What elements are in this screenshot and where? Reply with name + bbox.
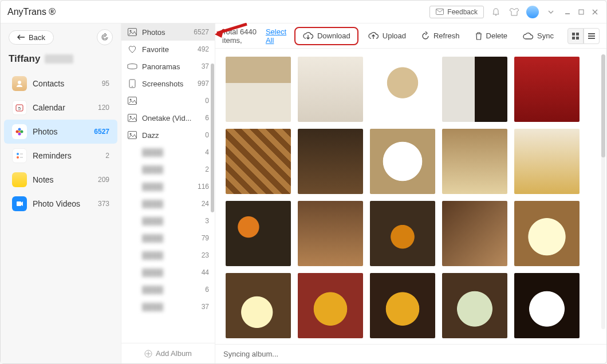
svg-rect-49 xyxy=(576,33,579,35)
album-item[interactable]: Panoramas37 xyxy=(121,58,215,75)
album-item[interactable]: ████79 xyxy=(121,230,215,247)
notification-icon[interactable] xyxy=(490,6,502,18)
category-contacts[interactable]: Contacts 95 xyxy=(4,72,117,96)
grid-scrollbar[interactable] xyxy=(601,54,605,329)
add-album-button[interactable]: Add Album xyxy=(121,343,215,363)
category-photo-videos[interactable]: Photo Videos 373 xyxy=(4,192,117,216)
photo-grid xyxy=(226,57,596,338)
photo-thumbnail[interactable] xyxy=(514,201,580,266)
photo-thumbnail[interactable] xyxy=(514,129,580,194)
photo-thumbnail[interactable] xyxy=(442,201,507,266)
album-item[interactable]: ████37 xyxy=(121,298,215,315)
image-icon xyxy=(127,113,137,123)
album-item[interactable]: Onetake (Vid...6 xyxy=(121,109,215,126)
photo-thumbnail[interactable] xyxy=(370,201,435,266)
feedback-button[interactable]: Feedback xyxy=(429,6,484,18)
grid-view-button[interactable] xyxy=(567,28,584,44)
photo-thumbnail[interactable] xyxy=(298,201,363,266)
category-count: 373 xyxy=(98,200,109,208)
photo-thumbnail[interactable] xyxy=(226,57,291,122)
album-item[interactable]: ████2 xyxy=(121,161,215,178)
svg-rect-16 xyxy=(17,201,21,206)
album-count: 79 xyxy=(202,234,209,242)
album-item[interactable]: Dazz0 xyxy=(121,126,215,144)
category-calendar[interactable]: 5 Calendar 120 xyxy=(4,96,117,120)
svg-point-11 xyxy=(18,133,21,136)
cloud-download-icon xyxy=(302,31,314,41)
photo-thumbnail[interactable] xyxy=(226,129,291,194)
album-name: ████ xyxy=(142,234,197,243)
album-name: Favorite xyxy=(142,45,193,54)
svg-point-26 xyxy=(130,133,132,135)
album-scrollbar[interactable] xyxy=(211,64,214,212)
album-list[interactable]: Photos6527Favorite492Panoramas37Screensh… xyxy=(121,23,215,343)
download-label: Download xyxy=(317,31,350,40)
album-name: ████ xyxy=(142,183,193,191)
photo-thumbnail[interactable] xyxy=(226,273,291,338)
photo-thumbnail[interactable] xyxy=(442,273,507,338)
arrow-left-icon xyxy=(17,34,25,40)
photo-thumbnail[interactable] xyxy=(226,201,291,266)
album-item[interactable]: ████6 xyxy=(121,281,215,298)
photo-thumbnail[interactable] xyxy=(370,129,435,194)
photo-thumbnail[interactable] xyxy=(298,273,363,338)
sync-button[interactable]: Sync xyxy=(517,29,559,42)
photos-icon xyxy=(12,124,27,139)
category-notes[interactable]: Notes 209 xyxy=(4,168,117,192)
select-all-link[interactable]: Select All xyxy=(266,27,287,45)
category-photos[interactable]: Photos 6527 xyxy=(4,120,117,144)
album-item[interactable]: 0 xyxy=(121,92,215,109)
album-item[interactable]: Photos6527 xyxy=(121,23,215,41)
category-reminders[interactable]: Reminders 2 xyxy=(4,144,117,168)
album-count: 37 xyxy=(202,303,209,311)
svg-text:5: 5 xyxy=(18,106,21,111)
refresh-circle-button[interactable] xyxy=(97,29,113,45)
svg-point-13 xyxy=(17,156,19,159)
album-item[interactable]: ████23 xyxy=(121,247,215,264)
list-view-button[interactable] xyxy=(584,28,600,44)
photo-thumbnail[interactable] xyxy=(370,57,435,122)
status-text: Syncing album... xyxy=(223,350,278,358)
album-item[interactable]: ████3 xyxy=(121,212,215,230)
photo-thumbnail[interactable] xyxy=(442,129,507,194)
category-label: Photos xyxy=(33,127,58,136)
album-item[interactable]: Screenshots997 xyxy=(121,75,215,92)
skin-icon[interactable] xyxy=(508,6,521,18)
album-count: 44 xyxy=(202,268,209,276)
photo-thumbnail[interactable] xyxy=(298,57,363,122)
album-item[interactable]: ████116 xyxy=(121,178,215,195)
album-name: ████ xyxy=(142,251,197,260)
photo-thumbnail[interactable] xyxy=(514,57,580,122)
photo-thumbnail[interactable] xyxy=(514,273,580,338)
album-item[interactable]: ████4 xyxy=(121,144,215,161)
user-avatar[interactable] xyxy=(526,6,539,18)
body: Back Tiffany Contacts 95 5 xyxy=(1,23,606,363)
album-item[interactable]: ████24 xyxy=(121,195,215,212)
album-count: 2 xyxy=(205,165,209,173)
svg-rect-50 xyxy=(572,37,575,39)
photo-thumbnail[interactable] xyxy=(442,57,507,122)
upload-button[interactable]: Upload xyxy=(362,29,412,43)
category-count: 6527 xyxy=(94,128,109,136)
account-name-row: Tiffany xyxy=(1,51,121,72)
photo-thumbnail[interactable] xyxy=(370,273,435,338)
svg-rect-3 xyxy=(579,10,584,14)
status-bar: Syncing album... xyxy=(215,344,606,363)
photo-thumbnail[interactable] xyxy=(298,129,363,194)
refresh-button[interactable]: Refresh xyxy=(415,29,466,43)
photo-grid-wrap[interactable] xyxy=(215,49,606,344)
download-button[interactable]: Download xyxy=(294,27,358,45)
album-item[interactable]: ████44 xyxy=(121,264,215,281)
svg-point-22 xyxy=(130,99,132,101)
dropdown-icon[interactable] xyxy=(545,6,557,18)
album-count: 492 xyxy=(198,45,209,53)
delete-button[interactable]: Delete xyxy=(469,29,514,43)
heart-icon xyxy=(127,44,137,54)
album-item[interactable]: Favorite492 xyxy=(121,41,215,58)
close-button[interactable] xyxy=(590,7,600,17)
minimize-button[interactable] xyxy=(563,7,572,17)
svg-rect-51 xyxy=(576,37,579,39)
svg-point-10 xyxy=(18,128,21,131)
back-button[interactable]: Back xyxy=(9,30,54,45)
maximize-button[interactable] xyxy=(577,7,586,17)
